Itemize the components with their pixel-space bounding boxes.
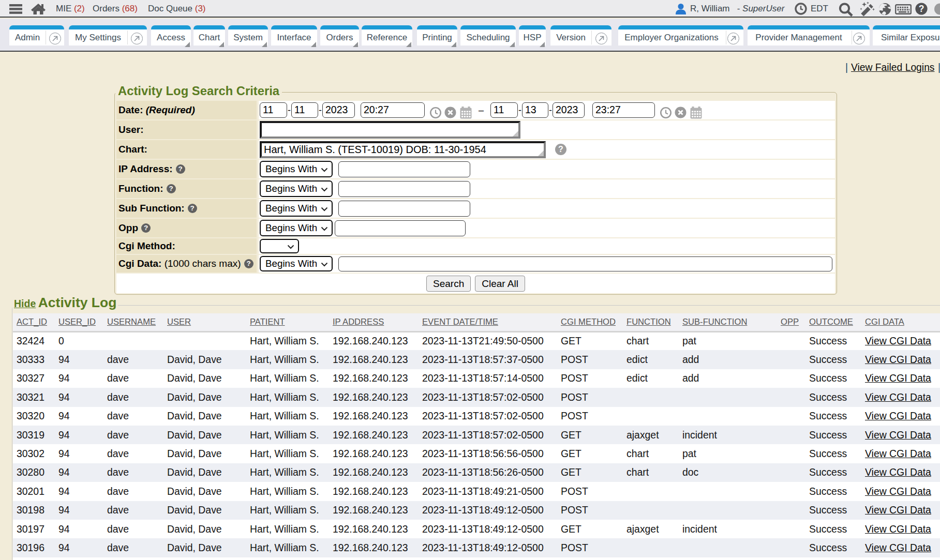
svg-text:?: ? [919, 4, 924, 14]
